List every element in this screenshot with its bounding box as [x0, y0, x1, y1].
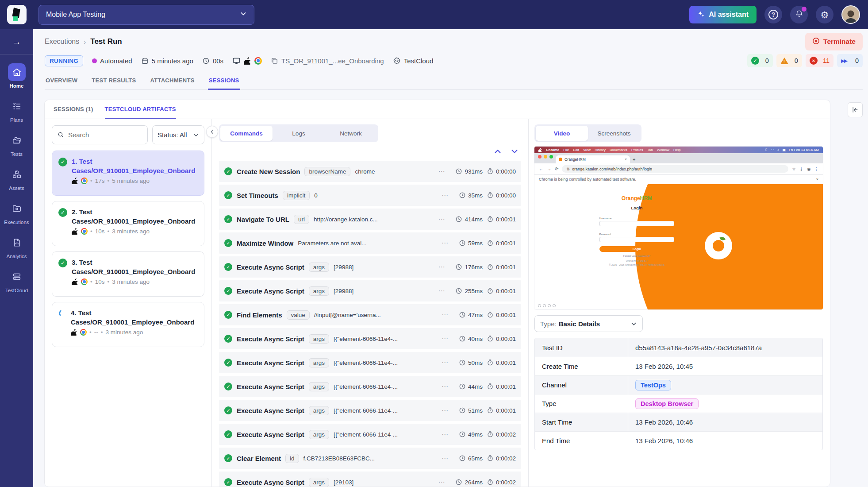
- session-item-1[interactable]: ✓ 1. Test Cases/OR_910001_Employee_Onboa…: [52, 151, 204, 196]
- project-selector[interactable]: Mobile App Testing: [38, 5, 254, 25]
- table-row: Channel TestOps: [535, 375, 822, 394]
- collapse-session-list-button[interactable]: [206, 126, 218, 138]
- tune-icon: ⇅: [566, 167, 570, 171]
- command-row[interactable]: ✓Maximize WindowParameters are not avai.…: [219, 232, 521, 254]
- home-icon: [8, 63, 26, 81]
- sidebar-item-assets[interactable]: Assets: [0, 166, 33, 191]
- clock-icon: [459, 335, 466, 342]
- tab-attachments[interactable]: ATTACHMENTS: [149, 73, 195, 89]
- row-menu-button[interactable]: ⋯: [438, 167, 445, 175]
- sidebar-item-analytics[interactable]: Analytics: [0, 234, 33, 259]
- row-menu-button[interactable]: ⋯: [438, 287, 445, 295]
- page-title: Test Run: [90, 37, 122, 46]
- automation-info-bar: Chrome is being controlled by automated …: [534, 175, 823, 184]
- command-row[interactable]: ✓Execute Async Scriptargs[{"element-6066…: [219, 400, 521, 421]
- collapse-right-panel-button[interactable]: [848, 102, 863, 117]
- tab-network[interactable]: Network: [325, 126, 377, 141]
- tab-screenshots[interactable]: Screenshots: [588, 126, 640, 141]
- session-video-player[interactable]: Chrome File Edit View History Bookmarks …: [534, 147, 823, 309]
- chevron-down-icon: [193, 132, 199, 138]
- command-row[interactable]: ✓Execute Async Scriptargs[29988]⋯176ms0:…: [219, 256, 521, 278]
- addressbar-actions: ☆⭳◉⋮: [792, 166, 818, 171]
- row-menu-button[interactable]: ⋯: [442, 359, 449, 367]
- row-menu-button[interactable]: ⋯: [442, 191, 449, 199]
- param-chip: args: [309, 286, 329, 296]
- clock-icon: [459, 431, 466, 438]
- commands-panel: Commands Logs Network ✓Create New Sessio…: [212, 119, 529, 487]
- help-button[interactable]: ?: [764, 6, 782, 23]
- tab-sessions[interactable]: SESSIONS: [208, 73, 240, 90]
- row-menu-button[interactable]: ⋯: [442, 335, 449, 343]
- tab-video[interactable]: Video: [536, 126, 588, 141]
- chevron-left-icon: [209, 129, 215, 135]
- command-row[interactable]: ✓Navigate To URLurlhttp://orange.katalon…: [219, 209, 521, 230]
- tab-commands[interactable]: Commands: [220, 126, 273, 141]
- command-row[interactable]: ✓Execute Async Scriptargs[29103]⋯264ms0:…: [219, 472, 521, 487]
- subtab-sessions[interactable]: SESSIONS (1): [54, 100, 93, 119]
- clock-icon: [459, 407, 466, 414]
- breadcrumb-executions[interactable]: Executions: [45, 38, 79, 46]
- username-input: [599, 221, 675, 226]
- step-down-button[interactable]: [511, 147, 518, 155]
- tab-logs[interactable]: Logs: [273, 126, 325, 141]
- artifact-tabstrip: Video Screenshots: [534, 124, 641, 142]
- sidebar-item-plans[interactable]: Plans: [0, 97, 33, 123]
- command-row[interactable]: ✓Create New SessionbrowserNamechrome⋯931…: [219, 161, 521, 182]
- ai-assistant-button[interactable]: AI assistant: [689, 6, 757, 23]
- bookmark-star-icon: ☆: [792, 166, 796, 171]
- terminate-button[interactable]: Terminate: [805, 33, 863, 50]
- row-menu-button[interactable]: ⋯: [442, 383, 449, 390]
- status-bar: RUNNING Automated 5 minutes ago 00s: [45, 50, 863, 71]
- switch-icon: ▣: [782, 148, 786, 152]
- search-input[interactable]: [68, 131, 142, 139]
- user-avatar[interactable]: [841, 5, 860, 24]
- login-button: Login: [599, 246, 675, 252]
- password-label: Password: [599, 233, 611, 236]
- search-field[interactable]: [52, 125, 148, 144]
- param-chip: implicit: [283, 191, 310, 200]
- sidebar-expand-button[interactable]: →: [0, 29, 33, 54]
- subtab-testcloud-artifacts[interactable]: TESTCLOUD ARTIFACTS: [105, 100, 176, 119]
- reload-icon: ⟳: [555, 166, 558, 171]
- tab-overview[interactable]: OVERVIEW: [45, 73, 78, 89]
- detail-type-selector[interactable]: Type: Basic Details: [534, 315, 643, 332]
- passed-icon: ✓: [224, 406, 232, 414]
- zoom-light-icon: [549, 155, 553, 158]
- sidebar-item-tests[interactable]: Tests: [0, 131, 33, 157]
- command-row[interactable]: ✓Execute Async Scriptargs[{"element-6066…: [219, 352, 521, 373]
- sidebar-item-executions[interactable]: Executions: [0, 200, 33, 225]
- param-chip: args: [309, 382, 329, 391]
- command-row[interactable]: ✓Set Timeoutsimplicit0⋯35ms0:00:00: [219, 185, 521, 206]
- row-menu-button[interactable]: ⋯: [442, 430, 449, 438]
- command-row[interactable]: ✓Execute Async Scriptargs[{"element-6066…: [219, 424, 521, 445]
- session-item-2[interactable]: ✓ 2. Test Cases/OR_910001_Employee_Onboa…: [52, 201, 204, 246]
- row-menu-button[interactable]: ⋯: [442, 454, 449, 462]
- settings-button[interactable]: ⚙: [816, 6, 833, 23]
- command-row[interactable]: ✓Execute Async Scriptargs[{"element-6066…: [219, 328, 521, 349]
- brand-logo[interactable]: [0, 5, 33, 24]
- status-filter[interactable]: Status: All: [152, 125, 204, 144]
- command-row[interactable]: ✓Clear Elementidf.CB7213EB08E63FCBC...⋯6…: [219, 448, 521, 469]
- row-menu-button[interactable]: ⋯: [442, 406, 449, 414]
- katalon-logo-icon: [7, 5, 27, 24]
- sidebar-label: Plans: [10, 117, 23, 123]
- sidebar-item-testcloud[interactable]: TestCloud: [0, 268, 33, 293]
- tab-test-results[interactable]: TEST RESULTS: [91, 73, 137, 89]
- notifications-button[interactable]: [790, 6, 808, 23]
- command-row[interactable]: ✓Execute Async Scriptargs[{"element-6066…: [219, 376, 521, 397]
- clock-icon: [459, 240, 466, 247]
- row-menu-button[interactable]: ⋯: [442, 239, 449, 247]
- session-title: 3. Test Cases/OR_910001_Employee_Onboard: [72, 258, 199, 276]
- row-menu-button[interactable]: ⋯: [438, 215, 445, 223]
- session-item-4[interactable]: 4. Test Cases/OR_910001_Employee_Onboard…: [52, 302, 204, 347]
- step-up-button[interactable]: [494, 147, 502, 155]
- param-chip: browserName: [304, 167, 350, 176]
- row-menu-button[interactable]: ⋯: [442, 311, 449, 319]
- row-menu-button[interactable]: ⋯: [438, 263, 445, 271]
- session-item-3[interactable]: ✓ 3. Test Cases/OR_910001_Employee_Onboa…: [52, 251, 204, 297]
- duration: 00s: [202, 57, 223, 65]
- row-menu-button[interactable]: ⋯: [438, 478, 445, 486]
- command-row[interactable]: ✓Find Elementsvalue//input[@name='userna…: [219, 304, 521, 325]
- command-row[interactable]: ✓Execute Async Scriptargs[29988]⋯255ms0:…: [219, 280, 521, 301]
- sidebar-item-home[interactable]: Home: [0, 63, 33, 89]
